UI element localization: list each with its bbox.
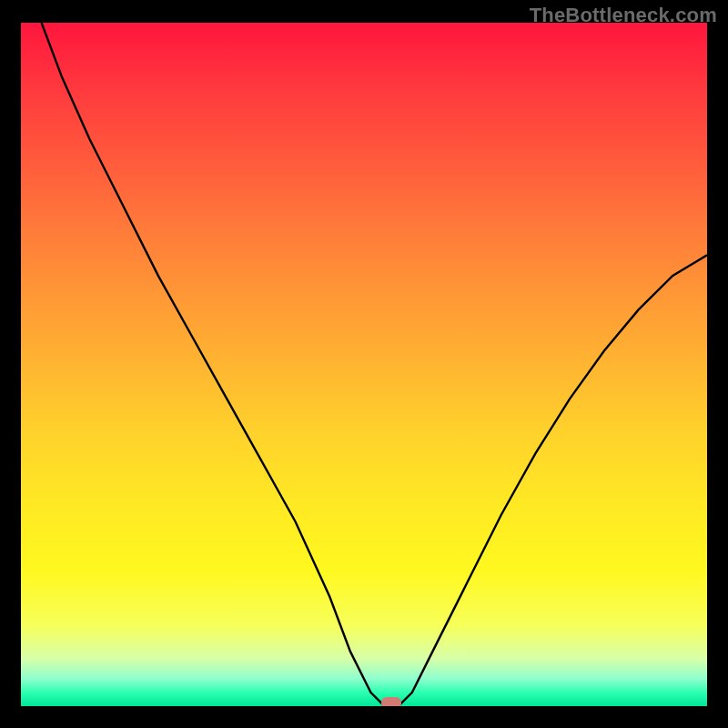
chart-frame: TheBottleneck.com xyxy=(0,0,728,728)
bottleneck-curve xyxy=(21,23,707,706)
watermark-text: TheBottleneck.com xyxy=(530,4,717,27)
curve-path xyxy=(42,23,707,706)
plot-area xyxy=(21,23,707,706)
optimal-marker xyxy=(381,697,401,706)
